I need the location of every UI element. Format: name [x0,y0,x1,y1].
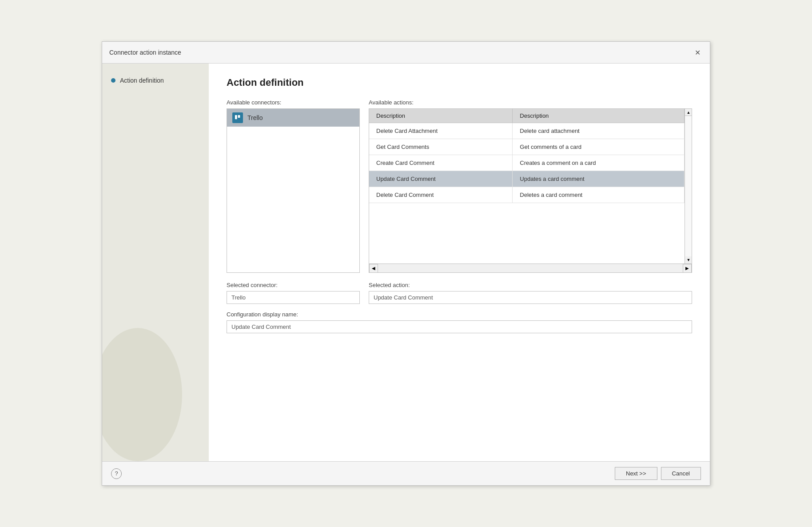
selected-action-input[interactable] [369,291,692,304]
selected-action-label: Selected action: [369,282,692,288]
scroll-up-button[interactable]: ▲ [685,109,692,116]
available-connectors-label: Available connectors: [227,99,360,106]
title-bar: Connector action instance ✕ [102,42,710,64]
bottom-right-buttons: Next >> Cancel [615,467,701,480]
bottom-bar: ? Next >> Cancel [102,461,710,485]
table-wrapper: Description Description Delete Card Atta… [369,109,692,264]
selected-fields-row: Selected connector: Selected action: [227,282,692,304]
horizontal-scrollbar: ◀ ▶ [369,264,692,272]
sidebar-item-action-definition[interactable]: Action definition [102,72,209,88]
connectors-actions-row: Available connectors: Trello [227,99,692,273]
main-content: Action definition Available connectors: [209,64,710,461]
actions-table-container: Description Description Delete Card Atta… [369,108,692,273]
sidebar-decoration [102,328,182,461]
cancel-button[interactable]: Cancel [661,467,701,480]
connectors-column: Available connectors: Trello [227,99,360,273]
dialog: Connector action instance ✕ Action defin… [102,41,710,486]
config-display-name-input[interactable] [227,320,692,333]
trello-icon [232,112,243,123]
action-name: Create Card Comment [369,155,513,171]
actions-table: Description Description Delete Card Atta… [369,109,685,203]
connector-item-trello[interactable]: Trello [227,109,359,127]
table-row[interactable]: Get Card CommentsGet comments of a card [369,139,685,155]
dialog-title: Connector action instance [109,49,181,56]
action-name: Update Card Comment [369,171,513,187]
action-name: Get Card Comments [369,139,513,155]
table-row[interactable]: Delete Card AttachmentDelete card attach… [369,123,685,139]
col2-header: Description [513,109,685,123]
action-description: Updates a card comment [513,171,685,187]
selected-connector-col: Selected connector: [227,282,360,304]
scroll-left-button[interactable]: ◀ [369,264,378,273]
action-name: Delete Card Comment [369,187,513,203]
vertical-scrollbar: ▲ ▼ [685,109,692,264]
table-scroll-area: Description Description Delete Card Atta… [369,109,685,264]
close-button[interactable]: ✕ [692,47,703,58]
table-row[interactable]: Create Card CommentCreates a comment on … [369,155,685,171]
actions-column: Available actions: Description Descripti… [369,99,692,273]
selected-action-col: Selected action: [369,282,692,304]
action-description: Creates a comment on a card [513,155,685,171]
action-description: Delete card attachment [513,123,685,139]
available-actions-label: Available actions: [369,99,692,106]
svg-rect-1 [238,115,240,118]
page-title: Action definition [227,77,692,88]
sidebar-item-label: Action definition [120,77,164,84]
next-button[interactable]: Next >> [615,467,657,480]
table-row[interactable]: Update Card CommentUpdates a card commen… [369,171,685,187]
action-description: Get comments of a card [513,139,685,155]
config-display-name-row: Configuration display name: [227,311,692,333]
connector-name-trello: Trello [247,114,263,121]
table-row[interactable]: Delete Card CommentDeletes a card commen… [369,187,685,203]
dialog-body: Action definition Action definition Avai… [102,64,710,461]
action-description: Deletes a card comment [513,187,685,203]
connectors-list: Trello [227,108,360,273]
config-display-name-label: Configuration display name: [227,311,692,318]
sidebar-dot-icon [111,78,115,83]
action-name: Delete Card Attachment [369,123,513,139]
scroll-right-button[interactable]: ▶ [683,264,692,273]
help-button[interactable]: ? [111,468,122,479]
svg-rect-0 [235,115,237,119]
selected-connector-input[interactable] [227,291,360,304]
selected-connector-label: Selected connector: [227,282,360,288]
col1-header: Description [369,109,513,123]
scroll-track [378,264,683,272]
scroll-down-button[interactable]: ▼ [685,256,692,264]
sidebar: Action definition [102,64,209,461]
scroll-thumb [685,116,692,256]
